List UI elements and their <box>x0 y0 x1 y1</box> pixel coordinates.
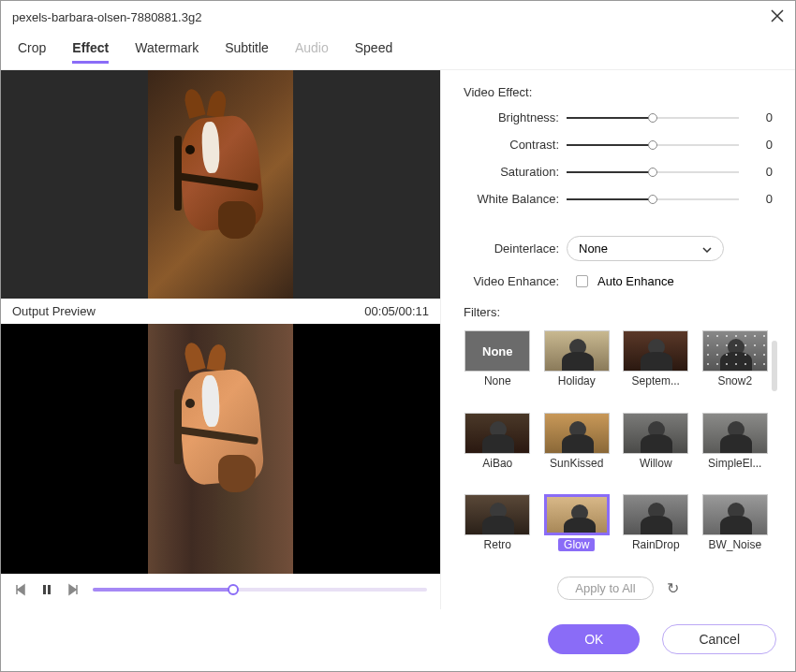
filters-grid[interactable]: None None Holiday Septem... Snow2 <box>464 330 773 569</box>
prev-frame-button[interactable] <box>14 583 27 596</box>
preview-panel: Output Preview 00:05/00:11 <box>1 70 441 609</box>
saturation-label: Saturation: <box>464 165 567 179</box>
auto-enhance-label: Auto Enhance <box>597 274 674 288</box>
deinterlace-label: Deinterlace: <box>464 241 567 256</box>
chevron-down-icon <box>702 241 712 256</box>
filters-label: Filters: <box>464 305 773 319</box>
player-controls <box>1 574 440 609</box>
preview-time: 00:05/00:11 <box>364 304 429 318</box>
brightness-slider[interactable] <box>567 117 739 119</box>
preview-label: Output Preview <box>12 304 96 318</box>
video-enhance-row: Video Enhance: Auto Enhance <box>464 274 773 288</box>
output-preview <box>1 324 440 574</box>
filter-september[interactable]: Septem... <box>622 330 690 405</box>
svg-rect-0 <box>43 585 46 594</box>
content-area: Output Preview 00:05/00:11 <box>1 70 795 609</box>
timeline-slider[interactable] <box>93 588 427 592</box>
filter-raindrop[interactable]: RainDrop <box>622 494 690 569</box>
filters-section: None None Holiday Septem... Snow2 <box>464 330 773 609</box>
original-preview <box>1 70 440 299</box>
close-button[interactable] <box>771 8 784 25</box>
brightness-row: Brightness: 0 <box>464 110 773 124</box>
deinterlace-value: None <box>579 241 608 256</box>
filter-simpleelegance[interactable]: SimpleEl... <box>701 413 770 488</box>
tab-crop[interactable]: Crop <box>18 40 46 64</box>
apply-to-all-button[interactable]: Apply to All <box>557 577 653 600</box>
reset-icon[interactable]: ↻ <box>667 579 679 597</box>
pause-button[interactable] <box>40 583 53 596</box>
filter-retro[interactable]: Retro <box>464 494 532 569</box>
next-frame-button[interactable] <box>66 583 80 596</box>
preview-info-bar: Output Preview 00:05/00:11 <box>1 299 440 324</box>
svg-rect-1 <box>48 585 51 594</box>
white-balance-row: White Balance: 0 <box>464 192 773 206</box>
brightness-value: 0 <box>739 110 773 124</box>
saturation-row: Saturation: 0 <box>464 165 773 179</box>
filters-scrollbar[interactable] <box>772 341 777 391</box>
contrast-label: Contrast: <box>464 138 567 152</box>
filter-holiday[interactable]: Holiday <box>543 330 612 405</box>
dialog-footer: OK Cancel <box>1 609 795 671</box>
filter-none[interactable]: None None <box>464 330 532 405</box>
contrast-value: 0 <box>739 138 773 152</box>
tabs-bar: Crop Effect Watermark Subtitle Audio Spe… <box>1 33 795 70</box>
deinterlace-row: Deinterlace: None <box>464 236 773 261</box>
deinterlace-select[interactable]: None <box>567 236 724 261</box>
filter-snow2[interactable]: Snow2 <box>701 330 770 405</box>
saturation-slider[interactable] <box>567 171 739 173</box>
filter-aibao[interactable]: AiBao <box>464 413 532 488</box>
titlebar: pexels-barbara-olsen-7880881.3g2 <box>1 1 795 33</box>
white-balance-label: White Balance: <box>464 192 567 206</box>
cancel-button[interactable]: Cancel <box>662 624 776 654</box>
video-editor-window: pexels-barbara-olsen-7880881.3g2 Crop Ef… <box>1 1 795 671</box>
white-balance-value: 0 <box>739 192 773 206</box>
white-balance-slider[interactable] <box>567 198 739 200</box>
contrast-slider[interactable] <box>567 144 739 146</box>
contrast-row: Contrast: 0 <box>464 138 773 152</box>
filters-footer: Apply to All ↻ <box>464 569 773 609</box>
tab-watermark[interactable]: Watermark <box>135 40 199 64</box>
saturation-value: 0 <box>739 165 773 179</box>
filter-willow[interactable]: Willow <box>622 413 690 488</box>
tab-audio: Audio <box>295 40 329 64</box>
video-effect-label: Video Effect: <box>464 85 773 99</box>
tab-effect[interactable]: Effect <box>72 40 109 64</box>
filter-glow[interactable]: Glow <box>543 494 612 569</box>
auto-enhance-checkbox[interactable] <box>576 275 588 287</box>
filter-bwnoise[interactable]: BW_Noise <box>701 494 770 569</box>
filter-sunkissed[interactable]: SunKissed <box>543 413 612 488</box>
window-title: pexels-barbara-olsen-7880881.3g2 <box>12 10 201 24</box>
video-enhance-label: Video Enhance: <box>464 274 567 288</box>
brightness-label: Brightness: <box>464 110 567 124</box>
tab-subtitle[interactable]: Subtitle <box>225 40 269 64</box>
ok-button[interactable]: OK <box>548 624 640 654</box>
effects-panel: Video Effect: Brightness: 0 Contrast: 0 … <box>441 70 795 609</box>
tab-speed[interactable]: Speed <box>355 40 392 64</box>
